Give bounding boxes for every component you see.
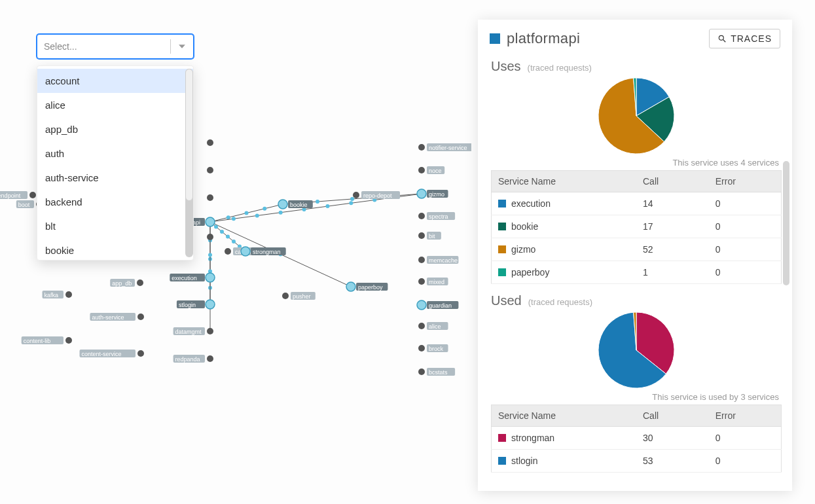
graph-node-dot[interactable] — [206, 273, 215, 282]
graph-node-dot[interactable] — [418, 144, 425, 151]
graph-node-dot[interactable] — [418, 345, 425, 351]
graph-node[interactable]: bcstats — [418, 368, 455, 376]
select-option[interactable]: bookie — [37, 238, 193, 261]
graph-node-dot[interactable] — [65, 291, 72, 298]
graph-edge-particle — [245, 211, 249, 215]
select-option[interactable]: backend — [37, 190, 193, 214]
graph-node[interactable]: alice — [418, 322, 448, 330]
graph-node-dot[interactable] — [417, 189, 426, 198]
graph-node[interactable]: content-lib — [22, 336, 72, 344]
graph-node[interactable] — [207, 234, 213, 240]
graph-node[interactable]: memcache — [418, 256, 458, 264]
graph-node-dot[interactable] — [207, 234, 213, 240]
table-row[interactable]: strongman300 — [492, 427, 782, 450]
graph-node-dot[interactable] — [418, 278, 425, 285]
graph-node[interactable]: bit — [418, 232, 441, 240]
graph-node-dot[interactable] — [417, 300, 426, 310]
graph-node-dot[interactable] — [225, 248, 231, 255]
service-cell-name: gizmo — [511, 244, 535, 255]
graph-node-label: spectra — [429, 213, 448, 220]
graph-node-dot[interactable] — [346, 282, 355, 291]
graph-node-label: kafka — [45, 292, 59, 298]
graph-node[interactable]: brock — [418, 344, 448, 352]
table-row[interactable]: execution140 — [492, 192, 782, 215]
graph-node-label: content-service — [82, 351, 122, 357]
graph-node-dot[interactable] — [418, 213, 425, 219]
graph-node-dot[interactable] — [137, 279, 143, 286]
table-row[interactable]: stlogin530 — [492, 450, 782, 473]
uses-col-call: Call — [636, 171, 709, 192]
graph-node[interactable] — [207, 194, 213, 201]
graph-node[interactable]: kafka — [43, 291, 73, 298]
graph-node[interactable]: api — [190, 217, 215, 226]
graph-node-dot[interactable] — [206, 217, 215, 226]
graph-node[interactable]: strongman — [241, 247, 286, 256]
graph-node[interactable]: auth-service — [90, 313, 144, 321]
graph-node-dot[interactable] — [207, 355, 213, 362]
graph-edge-particle — [208, 253, 212, 257]
chevron-down-icon[interactable] — [176, 41, 188, 52]
used-table: Service Name Call Error strongman300stlo… — [491, 405, 782, 473]
service-select: Select... accountaliceapp_dbauthauth-ser… — [37, 34, 194, 261]
graph-node-dot[interactable] — [418, 369, 425, 375]
table-row[interactable]: paperboy10 — [492, 261, 782, 284]
graph-node-dot[interactable] — [65, 337, 72, 344]
graph-node[interactable]: guardian — [417, 300, 458, 310]
service-select-control[interactable]: Select... — [37, 34, 194, 59]
graph-node-dot[interactable] — [137, 314, 144, 320]
uses-col-error: Error — [709, 171, 782, 192]
graph-node[interactable]: redpanda — [173, 355, 213, 363]
graph-node[interactable]: bookie — [278, 200, 313, 209]
graph-node[interactable]: datamgmt — [173, 327, 213, 335]
graph-node[interactable]: execution — [170, 273, 215, 282]
graph-node-dot[interactable] — [207, 167, 213, 173]
service-cell-name: execution — [511, 198, 551, 209]
graph-node[interactable]: spectra — [418, 212, 455, 220]
graph-node-dot[interactable] — [207, 194, 213, 201]
select-scrollbar[interactable] — [185, 69, 193, 257]
select-scrollbar-thumb[interactable] — [185, 69, 193, 201]
service-cell-call: 52 — [636, 238, 709, 261]
table-row[interactable]: bookie170 — [492, 215, 782, 238]
select-option[interactable]: blt — [37, 214, 193, 238]
graph-node-dot[interactable] — [418, 323, 425, 329]
graph-node[interactable] — [207, 139, 213, 146]
graph-node[interactable]: noce — [418, 166, 444, 174]
graph-node[interactable]: content-service — [80, 350, 145, 357]
select-option[interactable]: app_db — [37, 117, 193, 141]
graph-node[interactable]: paperboy — [346, 282, 388, 291]
graph-node[interactable]: pusher — [282, 292, 316, 300]
graph-node-dot[interactable] — [206, 300, 215, 309]
graph-node[interactable] — [207, 167, 213, 173]
select-option[interactable]: auth — [37, 141, 193, 166]
graph-node[interactable]: mixed — [418, 278, 448, 285]
graph-node[interactable]: notifier-service — [418, 143, 471, 151]
graph-node[interactable]: endpoint — [0, 191, 36, 199]
graph-node-dot[interactable] — [278, 200, 287, 209]
graph-node-dot[interactable] — [418, 257, 425, 263]
select-option[interactable]: alice — [37, 93, 193, 117]
graph-node-dot[interactable] — [353, 192, 359, 198]
select-option[interactable]: auth-service — [37, 166, 193, 190]
service-detail-panel: platformapi TRACES Uses (traced requests… — [478, 20, 792, 491]
graph-node[interactable]: gizmo — [417, 189, 448, 198]
graph-node[interactable]: app_db — [110, 279, 143, 287]
panel-scrollbar[interactable] — [783, 161, 789, 285]
graph-node-dot[interactable] — [282, 293, 289, 299]
graph-edge-particle — [316, 200, 319, 204]
graph-node-dot[interactable] — [418, 167, 425, 173]
traces-button[interactable]: TRACES — [709, 29, 780, 48]
select-option[interactable]: account — [37, 69, 193, 93]
graph-node[interactable]: stlogin — [177, 300, 215, 309]
graph-node-dot[interactable] — [207, 328, 213, 334]
graph-node-dot[interactable] — [418, 232, 425, 239]
graph-node-dot[interactable] — [29, 192, 36, 198]
service-cell-name: strongman — [511, 433, 554, 443]
graph-node-dot[interactable] — [207, 139, 213, 146]
table-row[interactable]: gizmo520 — [492, 238, 782, 261]
graph-node[interactable]: repo-depot — [353, 191, 400, 199]
used-section-header: Used (traced requests) — [491, 293, 782, 308]
graph-node-dot[interactable] — [241, 247, 250, 256]
graph-node-dot[interactable] — [137, 350, 144, 357]
graph-node-label: app_db — [112, 280, 132, 287]
